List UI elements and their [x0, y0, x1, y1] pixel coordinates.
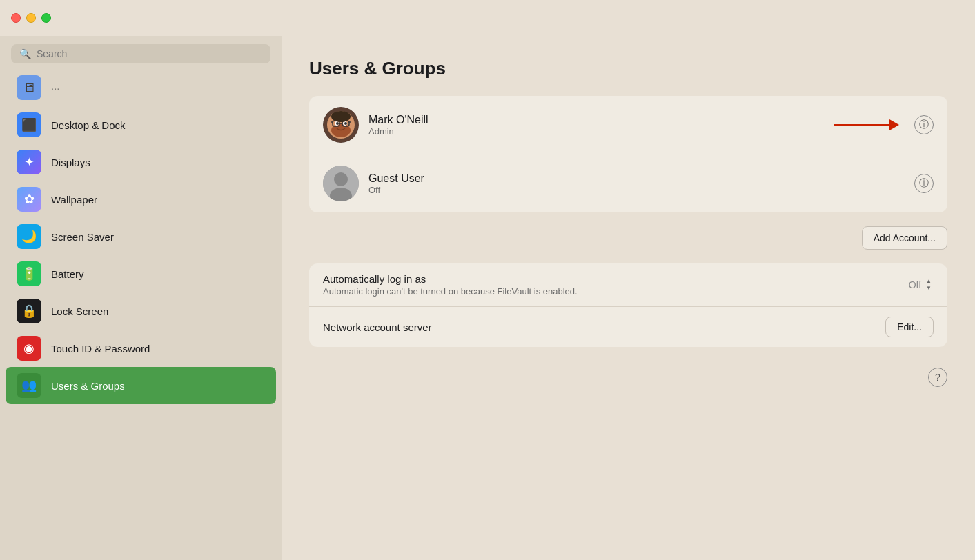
- traffic-lights: [11, 13, 51, 23]
- red-arrow: [834, 119, 899, 130]
- partial-label: ···: [51, 82, 60, 94]
- svg-point-5: [336, 122, 339, 125]
- sidebar-item-label: Users & Groups: [51, 380, 125, 392]
- avatar-mark: [323, 107, 359, 143]
- search-container: 🔍: [0, 36, 282, 69]
- add-account-button[interactable]: Add Account...: [862, 226, 947, 250]
- screen-saver-icon: 🌙: [17, 224, 41, 249]
- maximize-button[interactable]: [41, 13, 51, 23]
- sidebar-item-label: Lock Screen: [51, 306, 108, 317]
- touch-id-icon: ◉: [17, 336, 41, 361]
- sidebar-item-label: Wallpaper: [51, 194, 97, 206]
- stepper-down[interactable]: ▼: [924, 285, 934, 292]
- user-name-mark: Mark O'Neill: [368, 114, 914, 126]
- info-button-guest[interactable]: ⓘ: [914, 174, 934, 193]
- svg-point-14: [334, 172, 348, 186]
- auto-login-label: Automatically log in as: [323, 273, 900, 285]
- user-row-guest: Guest User Off ⓘ: [309, 154, 947, 212]
- sidebar-item-wallpaper[interactable]: ✿ Wallpaper: [6, 181, 276, 218]
- auto-login-row: Automatically log in as Automatic login …: [309, 263, 947, 306]
- user-role-mark: Admin: [368, 126, 914, 137]
- search-icon: 🔍: [19, 48, 31, 59]
- stepper-up[interactable]: ▲: [924, 278, 934, 285]
- user-row-mark: Mark O'Neill Admin ⓘ: [309, 96, 947, 154]
- displays-icon: ✦: [17, 150, 41, 174]
- titlebar: [0, 0, 975, 36]
- sidebar-item-lock-screen[interactable]: 🔒 Lock Screen: [6, 292, 276, 330]
- auto-login-control: Off ▲ ▼: [909, 278, 934, 292]
- users-groups-icon: 👥: [17, 373, 41, 398]
- info-button-mark[interactable]: ⓘ: [914, 115, 934, 134]
- arrow-head: [889, 119, 899, 130]
- battery-icon: 🔋: [17, 261, 41, 286]
- settings-card: Automatically log in as Automatic login …: [309, 263, 947, 347]
- auto-login-stepper[interactable]: ▲ ▼: [924, 278, 934, 292]
- user-info-guest: Guest User Off: [368, 172, 914, 195]
- users-card: Mark O'Neill Admin ⓘ: [309, 96, 947, 212]
- lock-screen-icon: 🔒: [17, 299, 41, 323]
- minimize-button[interactable]: [26, 13, 36, 23]
- svg-point-12: [331, 111, 351, 122]
- sidebar-item-label: Battery: [51, 268, 84, 280]
- desktop-dock-icon: ⬛: [17, 112, 41, 137]
- auto-login-label-group: Automatically log in as Automatic login …: [323, 273, 900, 297]
- wallpaper-icon: ✿: [17, 187, 41, 212]
- sidebar-item-battery[interactable]: 🔋 Battery: [6, 255, 276, 292]
- edit-button[interactable]: Edit...: [885, 317, 934, 337]
- sidebar-item-label: Desktop & Dock: [51, 119, 126, 131]
- help-button[interactable]: ?: [928, 368, 947, 387]
- network-account-row: Network account server Edit...: [309, 306, 947, 347]
- info-icon-guest: ⓘ: [919, 177, 929, 190]
- sidebar-item-displays[interactable]: ✦ Displays: [6, 143, 276, 181]
- svg-point-6: [344, 122, 347, 125]
- close-button[interactable]: [11, 13, 21, 23]
- sidebar-item-label: Screen Saver: [51, 231, 114, 243]
- auto-login-sublabel: Automatic login can't be turned on becau…: [323, 286, 900, 297]
- avatar-guest: [323, 166, 359, 201]
- help-btn-container: ?: [309, 361, 947, 394]
- user-info-mark: Mark O'Neill Admin: [368, 114, 914, 137]
- sidebar-item-label: Displays: [51, 157, 90, 168]
- sidebar-item-partial[interactable]: 🖥 ···: [6, 69, 276, 106]
- page-title: Users & Groups: [309, 58, 947, 79]
- sidebar-item-touch-id[interactable]: ◉ Touch ID & Password: [6, 330, 276, 367]
- sidebar: 🔍 🖥 ··· ⬛ Desktop & Dock ✦: [0, 36, 282, 560]
- partial-icon: 🖥: [17, 75, 41, 100]
- network-account-label: Network account server: [323, 321, 877, 333]
- main-content: Users & Groups: [282, 36, 975, 560]
- add-account-container: Add Account...: [309, 226, 947, 250]
- search-input[interactable]: [37, 48, 262, 59]
- user-name-guest: Guest User: [368, 172, 914, 185]
- sidebar-item-desktop-dock[interactable]: ⬛ Desktop & Dock: [6, 106, 276, 143]
- sidebar-item-users-groups[interactable]: 👥 Users & Groups: [6, 367, 276, 404]
- info-icon-mark: ⓘ: [919, 119, 929, 131]
- sidebar-item-screen-saver[interactable]: 🌙 Screen Saver: [6, 218, 276, 255]
- auto-login-value: Off: [909, 279, 921, 290]
- search-box[interactable]: 🔍: [11, 44, 270, 63]
- user-role-guest: Off: [368, 185, 914, 195]
- window: 🔍 🖥 ··· ⬛ Desktop & Dock ✦: [0, 0, 975, 560]
- sidebar-item-label: Touch ID & Password: [51, 343, 150, 354]
- arrow-line: [834, 124, 889, 126]
- main-layout: 🔍 🖥 ··· ⬛ Desktop & Dock ✦: [0, 36, 975, 560]
